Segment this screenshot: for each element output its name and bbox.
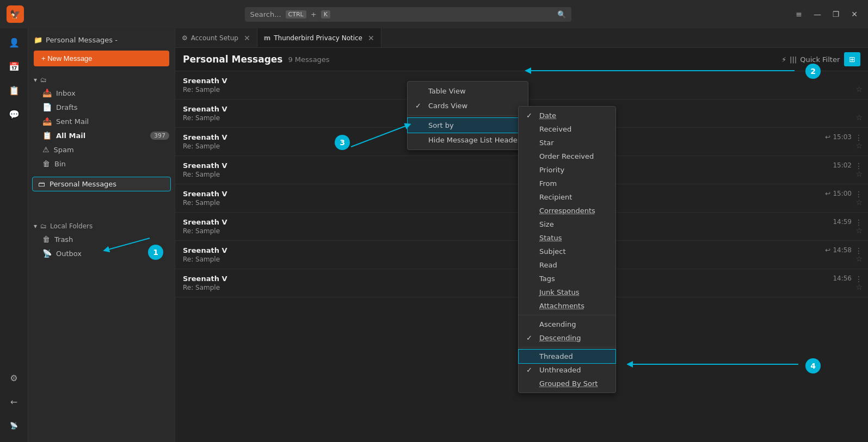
star-icon[interactable]: ☆ xyxy=(855,254,863,263)
star-icon[interactable]: ☆ xyxy=(855,113,863,122)
sort-label-subject: Subject xyxy=(539,247,566,256)
sort-item-order-received[interactable]: Order Received xyxy=(519,150,615,163)
annotation-3: 3 xyxy=(335,135,350,150)
sort-item-read[interactable]: Read xyxy=(519,258,615,272)
tab-privacy-close[interactable]: ✕ xyxy=(368,34,374,42)
sort-by-label: Sort by xyxy=(428,121,454,129)
chat-icon[interactable]: 💬 xyxy=(4,104,24,124)
sort-item-tags[interactable]: Tags xyxy=(519,272,615,285)
search-placeholder: Search... xyxy=(250,10,281,18)
check-icon xyxy=(526,288,535,296)
settings-icon[interactable]: ⚙ xyxy=(4,368,24,388)
accounts-icon[interactable]: 👤 xyxy=(4,33,24,52)
folder-item-drafts[interactable]: 📄 Drafts xyxy=(28,100,175,114)
tab-account-icon: ⚙ xyxy=(182,34,188,42)
filter-toggle-button[interactable]: ⊞ xyxy=(844,52,860,66)
sort-item-unthreaded[interactable]: ✓ Unthreaded xyxy=(519,363,615,377)
msg-options-icon[interactable]: ⋮ xyxy=(855,190,863,198)
menu-item-table-view[interactable]: Table View xyxy=(408,84,528,98)
sort-item-descending[interactable]: ✓ Descending xyxy=(519,331,615,345)
annotation-1: 1 xyxy=(148,245,163,260)
msg-options-icon[interactable]: ⋮ xyxy=(855,218,863,227)
sort-label-junk-status: Junk Status xyxy=(539,288,579,296)
sort-item-correspondents[interactable]: Correspondents xyxy=(519,204,615,217)
folder-item-spam[interactable]: ⚠ Spam xyxy=(28,142,175,157)
sort-item-date[interactable]: ✓ Date xyxy=(519,109,615,122)
search-icon: 🔍 xyxy=(557,10,566,18)
sort-item-priority[interactable]: Priority xyxy=(519,163,615,177)
menu-divider xyxy=(519,347,615,347)
sort-item-recipient[interactable]: Recipient xyxy=(519,190,615,204)
folder-label-trash: Trash xyxy=(54,235,73,244)
menu-item-cards-view[interactable]: ✓ Cards View xyxy=(408,98,528,113)
sort-item-junk-status[interactable]: Junk Status xyxy=(519,285,615,299)
sort-item-size[interactable]: Size xyxy=(519,217,615,231)
tab-account-label: Account Setup xyxy=(191,34,238,42)
tab-account-setup[interactable]: ⚙ Account Setup ✕ xyxy=(175,28,257,47)
hamburger-button[interactable]: ≡ xyxy=(792,7,806,21)
allmail-badge: 397 xyxy=(150,132,169,140)
menu-item-sort-by[interactable]: Sort by › xyxy=(408,118,528,133)
star-icon[interactable]: ☆ xyxy=(855,198,863,207)
sort-item-attachments[interactable]: Attachments xyxy=(519,299,615,313)
star-icon[interactable]: ☆ xyxy=(855,226,863,235)
msg-options-icon[interactable]: ⋮ xyxy=(855,133,863,142)
sort-item-from[interactable]: From xyxy=(519,177,615,190)
calendar-icon[interactable]: 📅 xyxy=(4,57,24,76)
personal-messages-folder[interactable]: 🗃 Personal Messages xyxy=(33,177,170,191)
sort-label-received: Received xyxy=(539,125,571,133)
folder-label-outbox: Outbox xyxy=(56,250,82,258)
local-folders-header[interactable]: ▾ 🗂 Local Folders xyxy=(28,220,175,232)
account-group-header[interactable]: ▾ 🗂 xyxy=(28,74,175,86)
folder-item-inbox[interactable]: 📥 Inbox xyxy=(28,86,175,100)
shortcut-plus: + xyxy=(311,10,317,18)
check-icon xyxy=(526,275,535,283)
shortcut-key: K xyxy=(321,10,330,18)
mail-icon[interactable]: 📋 xyxy=(4,80,24,100)
menu-item-hide-header[interactable]: Hide Message List Header xyxy=(408,133,528,147)
search-bar[interactable]: Search... CTRL + K 🔍 xyxy=(245,7,571,22)
sidebar-folder-label: Personal Messages - xyxy=(46,36,118,44)
sort-item-received[interactable]: Received xyxy=(519,122,615,136)
close-button[interactable]: ✕ xyxy=(847,7,861,21)
sort-label-read: Read xyxy=(539,261,557,269)
sort-item-status[interactable]: Status xyxy=(519,231,615,245)
new-message-button[interactable]: + New Message xyxy=(34,51,169,66)
folder-section-account: ▾ 🗂 📥 Inbox 📄 Drafts 📤 Sent Mail 📋 All M… xyxy=(28,74,175,171)
tab-privacy-notice[interactable]: m Thunderbird Privacy Notice ✕ xyxy=(257,28,381,47)
minimize-button[interactable]: — xyxy=(810,7,824,21)
star-icon[interactable]: ☆ xyxy=(855,85,863,94)
msg-options-icon[interactable]: ⋮ xyxy=(855,161,863,170)
annotation-4-arrow xyxy=(627,359,804,370)
allmail-icon: 📋 xyxy=(42,131,52,140)
folder-item-bin[interactable]: 🗑 Bin xyxy=(28,157,175,171)
msg-options-icon[interactable]: ⋮ xyxy=(855,275,863,283)
sort-label-descending: Descending xyxy=(539,334,581,342)
folder-label-bin: Bin xyxy=(54,160,66,168)
sort-item-subject[interactable]: Subject xyxy=(519,245,615,258)
collapse-icon[interactable]: ← xyxy=(4,392,24,412)
check-icon xyxy=(526,320,535,328)
msg-time: ↩14:58 xyxy=(825,246,852,254)
msg-options-icon[interactable]: ⋮ xyxy=(855,246,863,255)
sort-item-star[interactable]: Star xyxy=(519,136,615,150)
star-icon[interactable]: ☆ xyxy=(855,283,863,291)
tab-account-close[interactable]: ✕ xyxy=(244,34,250,42)
sent-icon: 📤 xyxy=(42,117,52,126)
sort-item-threaded[interactable]: Threaded xyxy=(519,350,615,363)
msg-time: ↩15:03 xyxy=(825,133,852,141)
menu-divider xyxy=(408,115,528,116)
maximize-button[interactable]: ❐ xyxy=(829,7,843,21)
folder-item-allmail[interactable]: 📋 All Mail 397 xyxy=(28,128,175,142)
msg-time: ↩15:00 xyxy=(825,190,852,197)
sort-item-grouped-by-sort[interactable]: Grouped By Sort xyxy=(519,377,615,390)
quick-filter-button[interactable]: ⚡ ||| Quick Filter xyxy=(781,55,840,64)
star-icon[interactable]: ☆ xyxy=(855,170,863,178)
annotation-2-arrow xyxy=(522,65,800,76)
sort-item-ascending[interactable]: Ascending xyxy=(519,318,615,331)
hide-header-label: Hide Message List Header xyxy=(428,136,520,144)
folder-item-sent[interactable]: 📤 Sent Mail xyxy=(28,114,175,128)
check-icon xyxy=(415,121,424,129)
sort-label-size: Size xyxy=(539,220,554,228)
star-icon[interactable]: ☆ xyxy=(855,141,863,150)
